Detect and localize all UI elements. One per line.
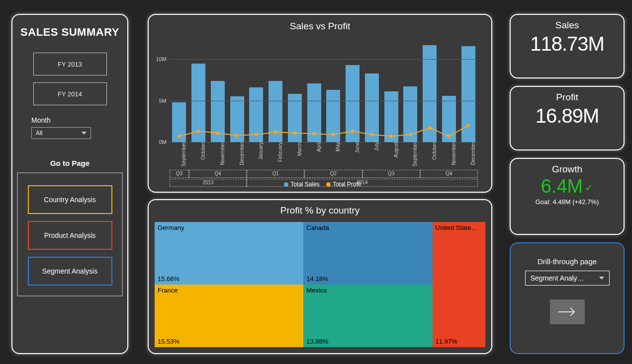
- month-value: All: [36, 130, 42, 137]
- bar[interactable]: [326, 90, 340, 142]
- kpi-sales-value: 118.73M: [511, 33, 624, 55]
- kpi-profit-label: Profit: [511, 92, 624, 103]
- kpi-profit-card[interactable]: Profit 16.89M: [510, 86, 625, 150]
- filter-fy2013[interactable]: FY 2013: [33, 53, 107, 75]
- kpi-sales-label: Sales: [511, 20, 624, 31]
- kpi-growth-label: Growth: [511, 164, 624, 175]
- bar[interactable]: [191, 64, 205, 142]
- treemap-cell[interactable]: Canada14.18%: [303, 222, 432, 285]
- legend-swatch-profit: [326, 182, 331, 187]
- bar[interactable]: [172, 102, 186, 142]
- bar[interactable]: [288, 94, 302, 142]
- bar[interactable]: [442, 96, 456, 142]
- kpi-growth-value: 6.4M✓: [511, 176, 624, 197]
- drill-through-panel: Drill-through page Segment Analy…: [510, 242, 625, 354]
- treemap-cell[interactable]: United State…11.97%: [433, 222, 485, 347]
- drill-label: Drill-through page: [511, 257, 624, 266]
- chart-title: Sales vs Profit: [149, 21, 491, 32]
- bar[interactable]: [403, 86, 417, 142]
- bar[interactable]: [307, 83, 321, 142]
- bar[interactable]: [461, 46, 475, 142]
- bar[interactable]: [269, 81, 282, 142]
- filter-fy2014[interactable]: FY 2014: [33, 82, 107, 105]
- goto-page-label: Go to Page: [12, 159, 127, 167]
- drill-value: Segment Analy…: [531, 274, 584, 282]
- kpi-growth-card[interactable]: Growth 6.4M✓ Goal: 4.48M (+42.7%): [510, 158, 625, 235]
- treemap-cell[interactable]: Mexico13.88%: [303, 285, 432, 347]
- page-title: SALES SUMMARY: [12, 26, 127, 39]
- nav-product-analysis[interactable]: Product Analysis: [28, 221, 112, 250]
- legend-sales: Total Sales: [290, 181, 320, 188]
- chevron-down-icon: [82, 132, 87, 135]
- bar[interactable]: [249, 87, 263, 142]
- treemap-cell[interactable]: Germany15.66%: [155, 222, 303, 285]
- legend-swatch-sales: [284, 182, 288, 187]
- kpi-profit-value: 16.89M: [511, 105, 624, 127]
- treemap-title: Profit % by country: [149, 205, 491, 216]
- kpi-sales-card[interactable]: Sales 118.73M: [510, 14, 625, 78]
- bar[interactable]: [211, 81, 225, 142]
- bar[interactable]: [230, 96, 244, 142]
- month-select[interactable]: All: [31, 127, 91, 139]
- chart-plot-area: 0M5M10M: [170, 43, 478, 142]
- check-icon: ✓: [585, 182, 593, 194]
- nav-container: Country Analysis Product Analysis Segmen…: [17, 172, 123, 296]
- month-label: Month: [31, 116, 127, 124]
- arrow-right-icon: [557, 306, 577, 318]
- chevron-down-icon: [599, 277, 604, 280]
- sidebar-panel: SALES SUMMARY FY 2013 FY 2014 Month All …: [11, 14, 128, 354]
- bar[interactable]: [384, 91, 398, 142]
- chart-legend: Total Sales Total Profit: [149, 181, 491, 188]
- profit-by-country-treemap[interactable]: Profit % by country Germany15.66%France1…: [148, 199, 492, 354]
- kpi-growth-goal: Goal: 4.48M (+42.7%): [511, 198, 624, 206]
- sales-profit-chart[interactable]: Sales vs Profit 0M5M10M SeptemberOctober…: [148, 14, 492, 193]
- drill-select[interactable]: Segment Analy…: [525, 271, 610, 286]
- legend-profit: Total Profit: [333, 181, 361, 188]
- drill-go-button[interactable]: [550, 299, 585, 324]
- bar[interactable]: [346, 65, 360, 142]
- nav-segment-analysis[interactable]: Segment Analysis: [28, 257, 112, 286]
- bar[interactable]: [365, 73, 379, 142]
- nav-country-analysis[interactable]: Country Analysis: [28, 185, 112, 214]
- treemap-cell[interactable]: France15.53%: [155, 285, 303, 347]
- treemap-area: Germany15.66%France15.53%Canada14.18%Mex…: [155, 222, 485, 347]
